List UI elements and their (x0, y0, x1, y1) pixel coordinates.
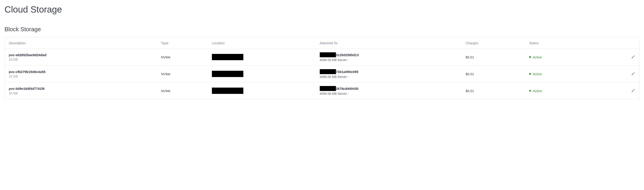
status-badge: Active (529, 72, 604, 76)
volume-type: NVMe (157, 82, 208, 99)
status-dot-icon (529, 56, 531, 58)
status-dot-icon (529, 73, 531, 75)
status-dot-icon (529, 90, 531, 92)
attached-prefix-redacted (320, 86, 336, 91)
charges: $0.01 (462, 49, 525, 66)
server-info: 4096.00 MB Server - (320, 75, 458, 78)
header-status: Status (525, 38, 608, 49)
table-row[interactable]: pvc-a62852bae9d24dad 10 GB NVMe 312b0258… (5, 49, 639, 66)
volume-type: NVMe (157, 66, 208, 82)
attached-id-suffix: 7361a090c095 (336, 70, 358, 74)
charges: $0.01 (462, 66, 525, 82)
location-redacted (212, 54, 243, 60)
server-info: 4096.00 MB Server - (320, 58, 458, 62)
status-label: Active (533, 89, 542, 93)
charges: $0.01 (462, 82, 525, 99)
attached-prefix-redacted (320, 69, 336, 74)
header-type: Type (157, 38, 208, 49)
location-redacted (212, 88, 243, 94)
pencil-icon[interactable] (631, 55, 635, 59)
page-title: Cloud Storage (4, 4, 640, 14)
block-storage-table: Description Type Location Attached To Ch… (4, 37, 640, 99)
status-label: Active (533, 55, 542, 59)
location-redacted (212, 71, 243, 77)
status-label: Active (533, 72, 542, 76)
attached-prefix-redacted (320, 52, 336, 57)
attached-id-suffix: 2678c8400430 (336, 87, 358, 90)
header-location: Location (208, 38, 316, 49)
header-attached-to: Attached To (316, 38, 462, 49)
server-info: 4096.00 MB Server - (320, 92, 458, 96)
pencil-icon[interactable] (631, 88, 635, 92)
volume-name: pvc-cfb279b19d0c4a55 (9, 70, 153, 74)
volume-size: 10 GB (9, 74, 153, 78)
header-charges: Charges (462, 38, 525, 49)
table-row[interactable]: pvc-cfb279b19d0c4a55 10 GB NVMe 7361a090… (5, 66, 639, 82)
pencil-icon[interactable] (631, 72, 635, 76)
status-badge: Active (529, 55, 604, 59)
header-description: Description (5, 38, 157, 49)
volume-size: 10 GB (9, 92, 153, 95)
section-title: Block Storage (4, 26, 640, 33)
volume-size: 10 GB (9, 58, 153, 61)
status-badge: Active (529, 89, 604, 93)
table-row[interactable]: pvc-b09e184f4d7741f6 10 GB NVMe 2678c840… (5, 82, 639, 99)
volume-type: NVMe (157, 49, 208, 66)
volume-name: pvc-a62852bae9d24dad (9, 53, 153, 57)
volume-name: pvc-b09e184f4d7741f6 (9, 87, 153, 90)
attached-id-suffix: 312b02585d13 (336, 53, 359, 57)
